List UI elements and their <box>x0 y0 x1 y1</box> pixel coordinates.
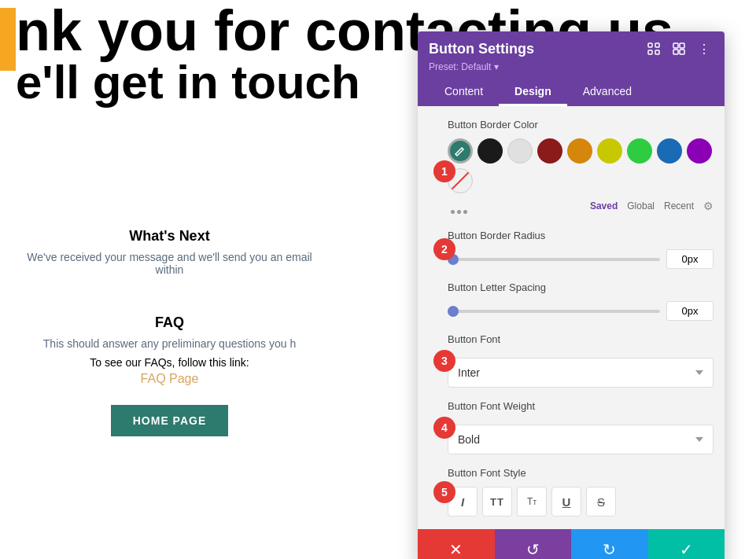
faq-link-text: To see our FAQs, follow this link: <box>16 356 323 369</box>
border-radius-section: 2 Button Border Radius 0px <box>448 230 714 269</box>
faq-page-link[interactable]: FAQ Page <box>16 372 323 386</box>
badge-3: 3 <box>433 350 455 372</box>
panel-title-row: Button Settings <box>429 39 714 58</box>
font-weight-label: Button Font Weight <box>448 400 714 412</box>
badge-1: 1 <box>433 160 455 182</box>
font-style-buttons: I TT Tт U S <box>448 487 714 517</box>
border-radius-label: Button Border Radius <box>448 230 714 241</box>
tab-advanced[interactable]: Advanced <box>567 79 647 106</box>
capitalize-button[interactable]: Tт <box>517 487 547 517</box>
panel-header: Button Settings <box>418 31 725 106</box>
svg-rect-2 <box>648 50 652 54</box>
gear-icon[interactable]: ⚙ <box>703 200 714 212</box>
color-swatch-row <box>448 138 714 193</box>
color-swatch-darkred[interactable] <box>537 138 562 164</box>
recent-label[interactable]: Recent <box>664 200 694 211</box>
color-swatch-orange[interactable] <box>567 138 592 164</box>
saved-label: Saved <box>590 200 618 211</box>
faq-title: FAQ <box>16 314 323 331</box>
pencil-icon <box>454 145 467 157</box>
reset-button[interactable]: ↺ <box>495 529 572 559</box>
svg-rect-7 <box>680 50 684 54</box>
redo-button[interactable]: ↻ <box>571 529 648 559</box>
confirm-button[interactable]: ✓ <box>648 529 725 559</box>
color-dots <box>448 204 470 220</box>
panel-footer: ✕ ↺ ↻ ✓ <box>418 529 725 559</box>
cancel-button[interactable]: ✕ <box>418 529 495 559</box>
color-swatch-white[interactable] <box>507 138 533 164</box>
letter-spacing-slider[interactable] <box>448 310 660 313</box>
font-style-label: Button Font Style <box>448 467 714 479</box>
font-section: 3 Button Font Inter Arial Helvetica Time… <box>448 333 714 388</box>
color-swatch-green[interactable] <box>627 138 652 164</box>
color-swatch-teal[interactable] <box>448 138 473 164</box>
border-radius-slider-row: 0px <box>448 249 714 269</box>
badge-2: 2 <box>433 238 455 260</box>
color-swatch-black[interactable] <box>478 138 503 164</box>
strikethrough-button[interactable]: S <box>586 487 616 517</box>
letter-spacing-label: Button Letter Spacing <box>448 281 714 293</box>
expand-icon[interactable] <box>644 39 663 58</box>
font-weight-section: 4 Button Font Weight Thin Light Regular … <box>448 400 714 454</box>
page-subheading-line2: e'll get in touch <box>0 55 360 109</box>
faq-section: FAQ This should answer any preliminary q… <box>0 314 339 436</box>
settings-panel: Button Settings <box>418 31 725 559</box>
svg-rect-6 <box>673 50 678 54</box>
border-radius-value[interactable]: 0px <box>666 249 714 269</box>
whats-next-title: What's Next <box>16 228 323 245</box>
color-swatch-blue[interactable] <box>657 138 682 164</box>
font-select[interactable]: Inter Arial Helvetica Times New Roman Ge… <box>448 358 714 388</box>
faq-desc: This should answer any preliminary quest… <box>16 337 323 350</box>
svg-rect-3 <box>655 50 659 54</box>
whats-next-section: What's Next We've received your message … <box>0 228 339 276</box>
letter-spacing-slider-row: 0px <box>448 301 714 321</box>
tab-design[interactable]: Design <box>499 79 567 106</box>
svg-rect-4 <box>673 43 678 48</box>
border-radius-slider[interactable] <box>448 258 660 261</box>
uppercase-button[interactable]: TT <box>482 487 512 517</box>
panel-icons: ⋮ <box>644 39 714 58</box>
home-page-button[interactable]: HOME PAGE <box>111 405 229 436</box>
badge-4: 4 <box>433 417 455 439</box>
border-color-label: Button Border Color <box>448 119 714 131</box>
panel-preset-label[interactable]: Preset: Default ▾ <box>429 61 714 72</box>
more-options-icon[interactable]: ⋮ <box>695 39 714 58</box>
font-style-section: 5 Button Font Style I TT Tт U S <box>448 467 714 517</box>
svg-rect-5 <box>680 43 684 48</box>
svg-rect-0 <box>648 43 652 47</box>
underline-button[interactable]: U <box>551 487 581 517</box>
badge-5: 5 <box>433 481 455 503</box>
font-weight-select[interactable]: Thin Light Regular Medium Semi Bold Bold… <box>448 425 714 454</box>
svg-rect-1 <box>655 43 659 47</box>
global-label[interactable]: Global <box>627 200 655 211</box>
panel-title: Button Settings <box>429 41 534 57</box>
border-color-section: 1 Button Border Color <box>448 119 714 223</box>
panel-body: 1 Button Border Color <box>418 106 725 529</box>
letter-spacing-value[interactable]: 0px <box>666 301 714 321</box>
font-label: Button Font <box>448 333 714 345</box>
color-swatch-yellow[interactable] <box>597 138 622 164</box>
color-swatch-purple[interactable] <box>687 138 712 164</box>
color-save-row: Saved Global Recent ⚙ <box>590 200 714 212</box>
letter-spacing-section: Button Letter Spacing 0px <box>448 281 714 321</box>
grid-icon[interactable] <box>669 39 688 58</box>
panel-tabs: Content Design Advanced <box>429 79 714 106</box>
tab-content[interactable]: Content <box>429 79 499 106</box>
whats-next-desc: We've received your message and we'll se… <box>16 251 323 276</box>
